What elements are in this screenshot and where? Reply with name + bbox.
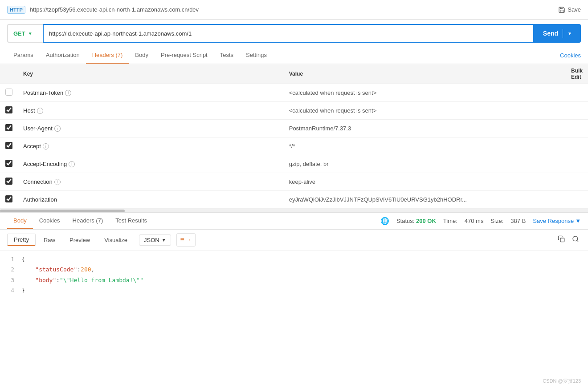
wrap-button[interactable]: ≡→	[176, 233, 196, 247]
info-icon-4: i	[69, 161, 75, 167]
resp-tab-test-results[interactable]: Test Results	[109, 213, 153, 229]
scroll-bar[interactable]	[0, 209, 588, 212]
header-checkbox-2[interactable]	[5, 124, 12, 131]
col-bulk-edit[interactable]: Bulk Edit	[566, 64, 588, 84]
cookies-link[interactable]: Cookies	[560, 48, 581, 63]
resp-tab-headers[interactable]: Headers (7)	[66, 213, 110, 229]
header-key-3: Accepti	[18, 137, 284, 155]
code-indent-3	[21, 275, 35, 285]
url-input[interactable]	[43, 24, 534, 43]
code-val-200: 200	[81, 264, 91, 275]
fmt-tab-visualize[interactable]: Visualize	[98, 234, 134, 246]
header-key-0: Postman-Tokeni	[18, 84, 284, 102]
size-value: 387 B	[510, 218, 526, 224]
url-bar: GET ▼ Send ▼	[0, 20, 588, 47]
send-label: Send	[543, 30, 558, 37]
resp-tab-cookies[interactable]: Cookies	[33, 213, 66, 229]
time-label-text: Time:	[443, 218, 457, 224]
code-area: 1 { 2 "statusCode" : 200 , 3 "body" : "\…	[0, 251, 588, 299]
search-button[interactable]	[570, 234, 581, 246]
save-response-button[interactable]: Save Response ▼	[533, 218, 581, 224]
tab-params[interactable]: Params	[7, 47, 40, 64]
resp-tab-body[interactable]: Body	[7, 213, 33, 229]
info-icon-3: i	[43, 143, 49, 150]
header-key-6: Authorization	[18, 191, 284, 209]
send-chevron-icon: ▼	[568, 31, 572, 36]
header-value-0: <calculated when request is sent>	[284, 84, 566, 102]
table-row: Postman-Tokeni<calculated when request i…	[0, 84, 588, 102]
headers-section: Key Value Bulk Edit Postman-Tokeni<calcu…	[0, 64, 588, 209]
search-icon	[572, 235, 579, 242]
header-value-1: <calculated when request is sent>	[284, 102, 566, 120]
line-num-2: 2	[4, 264, 21, 275]
save-response-chevron-icon: ▼	[575, 218, 581, 224]
watermark: CSDN @罗技123	[543, 378, 581, 384]
status-label: Status: 200 OK	[396, 218, 436, 224]
save-label: Save	[568, 6, 581, 13]
header-key-4: Accept-Encodingi	[18, 155, 284, 173]
json-chevron-icon: ▼	[162, 238, 166, 242]
code-comma-2: ,	[91, 264, 95, 275]
header-key-1: Hosti	[18, 102, 284, 120]
top-url: https://tzopf53y56.execute-api.cn-north-…	[30, 6, 199, 13]
status-area: 🌐 Status: 200 OK Time: 470 ms Size: 387 …	[380, 217, 581, 225]
size-label-text: Size:	[490, 218, 503, 224]
info-icon-1: i	[37, 108, 43, 114]
globe-icon: 🌐	[380, 217, 389, 225]
save-button[interactable]: Save	[558, 6, 581, 13]
tab-authorization[interactable]: Authorization	[40, 47, 86, 64]
header-value-5: keep-alive	[284, 173, 566, 191]
info-icon-0: i	[65, 90, 71, 96]
response-tabs: Body Cookies Headers (7) Test Results 🌐 …	[0, 212, 588, 230]
top-bar: HTTP https://tzopf53y56.execute-api.cn-n…	[0, 0, 588, 20]
top-bar-left: HTTP https://tzopf53y56.execute-api.cn-n…	[7, 6, 199, 14]
header-checkbox-0[interactable]	[5, 89, 12, 96]
tab-tests[interactable]: Tests	[214, 47, 240, 64]
fmt-tab-raw[interactable]: Raw	[37, 234, 61, 246]
method-select[interactable]: GET ▼	[7, 24, 43, 43]
send-button[interactable]: Send ▼	[534, 24, 581, 43]
tab-headers[interactable]: Headers (7)	[86, 47, 129, 64]
tab-body[interactable]: Body	[129, 47, 155, 64]
code-line-2: 2 "statusCode" : 200 ,	[0, 264, 588, 275]
time-value: 470 ms	[465, 218, 484, 224]
tab-pre-request-script[interactable]: Pre-request Script	[155, 47, 214, 64]
request-tabs: Params Authorization Headers (7) Body Pr…	[0, 47, 588, 64]
http-badge: HTTP	[7, 6, 25, 14]
copy-button[interactable]	[556, 234, 567, 246]
code-key-statuscode: "statusCode"	[35, 264, 77, 275]
table-row: Accepti*/*	[0, 137, 588, 155]
header-checkbox-5[interactable]	[5, 178, 12, 185]
col-checkbox	[0, 64, 18, 84]
header-checkbox-6[interactable]	[5, 195, 12, 202]
table-row: Accept-Encodingigzip, deflate, br	[0, 155, 588, 173]
fmt-tab-preview[interactable]: Preview	[63, 234, 96, 246]
header-value-4: gzip, deflate, br	[284, 155, 566, 173]
method-chevron-icon: ▼	[28, 31, 33, 36]
code-val-body: "\"Hello from Lambda!\""	[60, 275, 143, 285]
code-brace-open: {	[21, 254, 25, 264]
header-value-3: */*	[284, 137, 566, 155]
format-row: Pretty Raw Preview Visualize JSON ▼ ≡→	[0, 230, 588, 251]
header-key-2: User-Agenti	[18, 120, 284, 137]
json-label: JSON	[144, 237, 159, 243]
header-key-5: Connectioni	[18, 173, 284, 191]
line-num-4: 4	[4, 285, 21, 295]
svg-point-1	[573, 236, 578, 241]
fmt-right	[556, 234, 581, 246]
header-checkbox-1[interactable]	[5, 106, 12, 113]
table-row: User-AgentiPostmanRuntime/7.37.3	[0, 120, 588, 137]
save-icon	[558, 6, 565, 13]
info-icon-2: i	[54, 125, 61, 132]
table-row: AuthorizationeyJraWQiOiJvZzJlbVJJNTFzQUp…	[0, 191, 588, 209]
line-num-1: 1	[4, 254, 21, 264]
status-prefix: Status:	[396, 218, 416, 224]
fmt-tab-pretty[interactable]: Pretty	[7, 234, 36, 246]
json-format-select[interactable]: JSON ▼	[139, 234, 171, 246]
tab-settings[interactable]: Settings	[240, 47, 273, 64]
code-line-3: 3 "body" : "\"Hello from Lambda!\""	[0, 275, 588, 285]
header-checkbox-4[interactable]	[5, 160, 12, 167]
code-colon-2: :	[77, 264, 81, 275]
scroll-thumb	[0, 210, 125, 212]
header-checkbox-3[interactable]	[5, 142, 12, 149]
